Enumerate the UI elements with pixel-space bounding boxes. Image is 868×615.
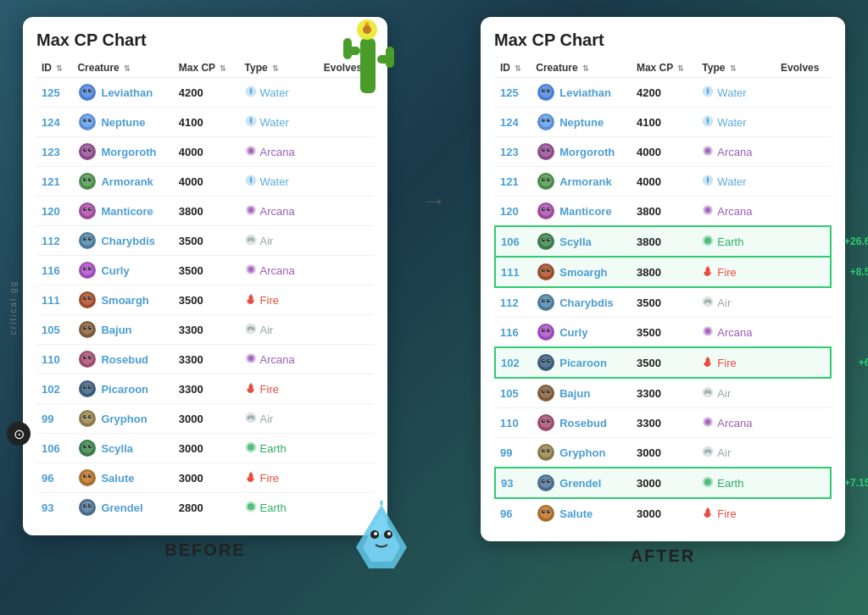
creature-icon [536, 442, 556, 463]
before-row-id: 125 [36, 78, 72, 108]
before-row-cp: 3500 [174, 226, 240, 256]
creature-icon [536, 352, 556, 373]
after-label: AFTER [631, 546, 696, 566]
after-row-type: Water [697, 167, 776, 197]
svg-point-199 [540, 296, 552, 308]
after-table-row: 125 Leviathan 4200 Water [495, 78, 831, 108]
svg-point-48 [81, 145, 93, 157]
after-row-type: Water [697, 78, 776, 108]
svg-point-142 [90, 505, 92, 507]
before-row-creature: Salute [72, 463, 173, 493]
svg-point-77 [90, 238, 92, 240]
before-row-creature: Bajun [72, 315, 173, 345]
after-row-id: 96 [495, 498, 531, 528]
svg-point-130 [248, 444, 254, 451]
creature-icon [77, 201, 97, 221]
svg-point-179 [543, 208, 545, 210]
after-row-evolves: +26.6% [776, 226, 831, 257]
after-row-type: Arcana [697, 408, 776, 438]
after-row-id: 102 [495, 347, 531, 378]
before-row-evolves [319, 197, 374, 226]
before-table-row: 125 Leviathan 4200 Water [36, 78, 374, 108]
after-row-type: Air [697, 438, 776, 468]
type-icon [245, 293, 257, 308]
svg-point-221 [540, 386, 552, 398]
before-row-cp: 3800 [174, 197, 240, 226]
svg-point-38 [90, 90, 92, 91]
svg-point-135 [85, 475, 86, 477]
svg-point-189 [548, 239, 550, 241]
before-row-evolves [319, 167, 374, 197]
type-icon [702, 235, 714, 249]
type-icon [245, 263, 257, 278]
type-icon [245, 115, 257, 130]
after-row-cp: 4000 [632, 167, 697, 197]
after-row-id: 123 [495, 137, 531, 167]
type-icon [702, 86, 714, 100]
svg-point-83 [85, 268, 86, 269]
svg-point-232 [548, 420, 550, 422]
before-row-id: 116 [36, 256, 72, 285]
before-row-id: 112 [36, 226, 72, 256]
svg-point-121 [90, 416, 92, 418]
before-row-creature: Scylla [72, 434, 173, 463]
after-table-row: 123 Morgoroth 4000 Arcana [495, 137, 831, 167]
after-chart-panel: Max CP Chart ID ⇅ Creature ⇅ Max CP ⇅ Ty… [481, 17, 845, 541]
after-row-evolves [776, 78, 831, 108]
after-table-row: 121 Armorank 4000 Water [495, 167, 831, 197]
before-row-cp: 3300 [174, 345, 240, 374]
type-icon [702, 416, 714, 430]
brand-icon: ⊙ [7, 422, 31, 446]
before-row-type: Arcana [240, 345, 319, 374]
creature-icon [536, 231, 556, 252]
creature-icon [77, 230, 97, 251]
type-icon [702, 446, 714, 460]
after-col-type: Type ⇅ [697, 58, 776, 78]
svg-point-169 [540, 175, 552, 186]
type-icon [702, 507, 714, 521]
svg-point-68 [90, 208, 92, 210]
svg-point-64 [81, 204, 93, 216]
creature-icon [77, 379, 97, 399]
svg-point-44 [85, 119, 86, 121]
before-row-type: Earth [240, 493, 319, 523]
before-row-type: Water [240, 167, 319, 197]
col-type: Type ⇅ [240, 58, 319, 78]
before-row-cp: 4000 [174, 167, 240, 197]
svg-point-235 [706, 420, 709, 424]
before-row-id: 102 [36, 374, 72, 404]
svg-point-247 [543, 480, 545, 482]
before-row-cp: 4200 [174, 78, 240, 108]
svg-point-157 [548, 119, 550, 121]
svg-point-28 [374, 532, 377, 535]
percent-badge: +8.5% [850, 266, 868, 278]
after-table-row: 93 Grendel 3000 Earth +7.15% [495, 468, 831, 498]
before-chart-title: Max CP Chart [36, 30, 374, 50]
before-table-row: 102 Picaroon 3300 Fire [36, 374, 374, 404]
type-icon [245, 175, 257, 189]
after-row-cp: 3500 [632, 347, 697, 378]
svg-point-163 [543, 149, 545, 151]
svg-point-244 [540, 476, 552, 488]
after-chart-title: Max CP Chart [494, 30, 832, 50]
creature-icon [77, 468, 97, 488]
before-row-evolves [319, 374, 374, 404]
after-table-row: 116 Curly 3500 Arcana [495, 318, 831, 348]
before-row-type: Air [240, 404, 319, 434]
svg-point-196 [543, 269, 545, 271]
after-row-evolves [776, 167, 831, 197]
before-row-id: 99 [36, 404, 72, 434]
svg-point-193 [540, 265, 552, 277]
creature-icon [536, 141, 556, 162]
creature-icon [536, 262, 556, 282]
after-row-type: Water [697, 108, 776, 137]
before-row-cp: 3300 [174, 315, 240, 345]
after-row-creature: Manticore [531, 197, 632, 227]
svg-point-111 [81, 382, 93, 394]
before-table-row: 121 Armorank 4000 Water [36, 167, 374, 197]
before-row-type: Water [240, 108, 319, 137]
svg-point-76 [85, 238, 86, 240]
percent-badge: +7.15% [844, 477, 868, 489]
creature-icon [536, 171, 556, 191]
type-icon [702, 175, 714, 189]
